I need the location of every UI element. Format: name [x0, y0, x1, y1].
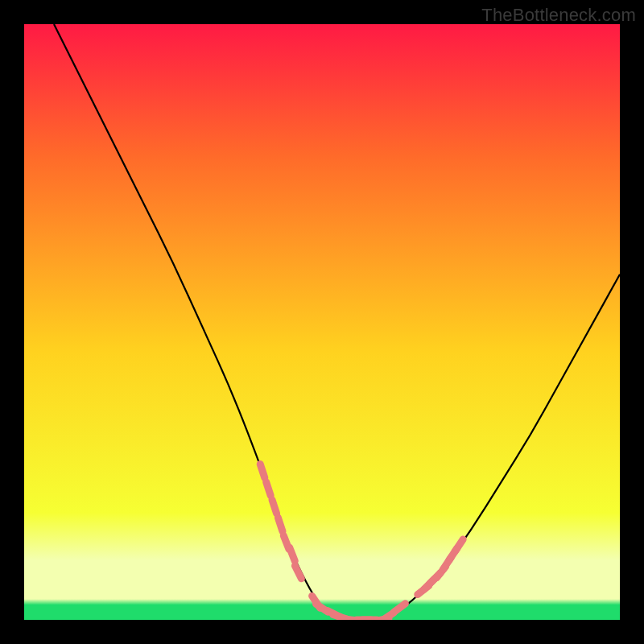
highlighted-marker: [272, 500, 277, 514]
highlighted-marker: [278, 518, 283, 531]
highlighted-marker: [266, 482, 271, 496]
highlighted-marker: [260, 464, 265, 478]
chart-plot-area: [24, 24, 620, 620]
watermark-text: TheBottleneck.com: [481, 5, 636, 26]
chart-background-gradient: [24, 24, 620, 620]
chart-frame: TheBottleneck.com: [0, 0, 644, 644]
highlighted-marker: [290, 547, 295, 561]
chart-svg: [24, 24, 620, 620]
